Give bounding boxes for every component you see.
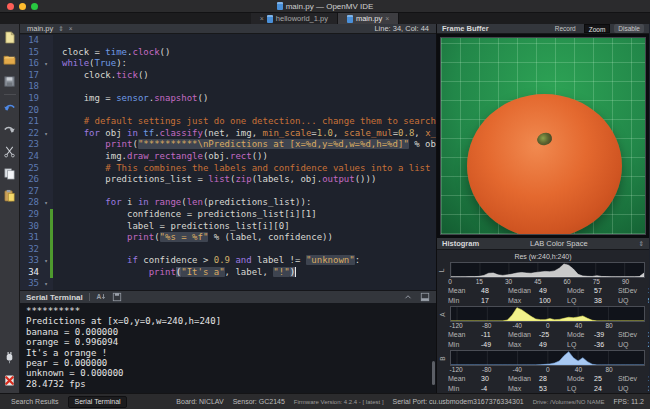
- colorspace-select[interactable]: LAB Color Space: [479, 239, 638, 248]
- stat-label: LQ: [567, 340, 594, 350]
- fold-marker-icon[interactable]: [42, 221, 50, 233]
- code-line[interactable]: 24 img.draw_rectangle(obj.rect()): [20, 151, 436, 163]
- fold-marker-icon[interactable]: [42, 163, 50, 175]
- code-line[interactable]: 29 confidence = predictions_list[i][1]: [20, 209, 436, 221]
- save-log-icon[interactable]: [112, 292, 122, 302]
- new-file-icon[interactable]: [3, 31, 16, 44]
- code-line[interactable]: 33▾ if confidence > 0.9 and label != "un…: [20, 255, 436, 267]
- stat-value: 49: [539, 340, 567, 350]
- code-line[interactable]: 21 # default settings just do one detect…: [20, 116, 436, 128]
- close-tab-icon[interactable]: ×: [385, 15, 389, 22]
- fold-marker-icon[interactable]: ▾: [42, 197, 50, 209]
- stat-label: UQ: [618, 384, 648, 394]
- fold-marker-icon[interactable]: [42, 139, 50, 151]
- statusbar-tab-serial-terminal[interactable]: Serial Terminal: [68, 396, 126, 408]
- code-text: img.draw_rectangle(obj.rect()): [53, 151, 436, 163]
- code-line[interactable]: 14: [20, 35, 436, 47]
- tab-helloworld[interactable]: × helloworld_1.py: [251, 13, 338, 24]
- code-line[interactable]: 31 print("%s = %f" % (label, confidence)…: [20, 232, 436, 244]
- code-line[interactable]: 23 print("**********\nPredictions at [x=…: [20, 139, 436, 151]
- close-window-button[interactable]: [7, 3, 14, 10]
- code-line[interactable]: 34 print("It's a", label, "!"): [20, 267, 436, 279]
- statusbar-item: Firmware Version: 4.2.4 - [ latest ]: [294, 399, 384, 405]
- fold-marker-icon[interactable]: [42, 151, 50, 163]
- undo-icon[interactable]: [3, 101, 16, 114]
- document-icon: [267, 15, 273, 23]
- zoom-button[interactable]: Zoom: [584, 24, 611, 33]
- code-line[interactable]: 26 predictions_list = list(zip(labels, o…: [20, 174, 436, 186]
- stat-label: Median: [508, 286, 539, 296]
- maximize-window-button[interactable]: [31, 3, 38, 10]
- code-line[interactable]: 22▾ for obj in tf.classify(net, img, min…: [20, 128, 436, 140]
- fold-marker-icon[interactable]: ▾: [42, 128, 50, 140]
- frame-buffer-view[interactable]: [437, 34, 649, 238]
- code-line[interactable]: 17 clock.tick(): [20, 70, 436, 82]
- fold-marker-icon[interactable]: ▾: [42, 255, 50, 267]
- stop-script-icon[interactable]: [3, 374, 16, 387]
- code-area[interactable]: 1415clock = time.clock()16▾while(True):1…: [20, 34, 436, 290]
- code-line[interactable]: 27: [20, 186, 436, 198]
- fold-marker-icon[interactable]: ▾: [42, 278, 50, 290]
- redo-icon[interactable]: [3, 123, 16, 136]
- statusbar: Search ResultsSerial TerminalBoard: NICL…: [0, 393, 650, 409]
- save-file-icon[interactable]: [3, 75, 16, 88]
- colorspace-dropdown-icon[interactable]: ⇕: [639, 240, 644, 248]
- code-line[interactable]: 35▾: [20, 278, 436, 290]
- disable-button[interactable]: Disable: [614, 24, 644, 33]
- open-folder-icon[interactable]: [3, 53, 16, 66]
- editor-file-name[interactable]: main.py: [27, 24, 53, 33]
- fold-marker-icon[interactable]: [42, 47, 50, 59]
- autoscroll-icon[interactable]: A: [96, 292, 106, 302]
- fold-marker-icon[interactable]: ▾: [42, 58, 50, 70]
- code-line[interactable]: 16▾while(True):: [20, 58, 436, 70]
- terminal-scrollbar[interactable]: [432, 361, 435, 385]
- collapse-panel-icon[interactable]: [403, 292, 413, 302]
- fold-marker-icon[interactable]: [42, 35, 50, 47]
- fold-marker-icon[interactable]: [42, 174, 50, 186]
- code-text: for i in range(len(predictions_list)):: [53, 197, 436, 209]
- openmv-ide-window: main.py — OpenMV IDE × helloworld_1.py m…: [0, 0, 650, 409]
- fold-marker-icon[interactable]: [42, 93, 50, 105]
- copy-icon[interactable]: [3, 167, 16, 180]
- fold-marker-icon[interactable]: [42, 70, 50, 82]
- fold-marker-icon[interactable]: [42, 105, 50, 117]
- serial-terminal-output[interactable]: **********Predictions at [x=0,y=0,w=240,…: [20, 303, 436, 393]
- fold-marker-icon[interactable]: [42, 81, 50, 93]
- close-tab-icon[interactable]: ×: [260, 15, 264, 22]
- line-number: 23: [20, 139, 42, 151]
- record-button[interactable]: Record: [551, 24, 580, 33]
- fold-marker-icon[interactable]: [42, 232, 50, 244]
- axis-tick: 30: [505, 278, 512, 286]
- code-line[interactable]: 30 label = predictions_list[i][0]: [20, 221, 436, 233]
- paste-icon[interactable]: [3, 189, 16, 202]
- histogram-plot: L: [450, 262, 645, 278]
- code-line[interactable]: 19 img = sensor.snapshot(): [20, 93, 436, 105]
- connect-plug-icon[interactable]: [3, 351, 16, 364]
- code-line[interactable]: 18: [20, 81, 436, 93]
- stat-value: 48: [481, 286, 508, 296]
- minimize-window-button[interactable]: [19, 3, 26, 10]
- code-line[interactable]: 28▾ for i in range(len(predictions_list)…: [20, 197, 436, 209]
- fold-marker-icon[interactable]: [42, 116, 50, 128]
- code-line[interactable]: 25 # This combines the labels and confid…: [20, 163, 436, 175]
- cursor-position: Line: 34, Col: 44: [374, 24, 429, 33]
- code-text: label = predictions_list[i][0]: [53, 221, 436, 233]
- panel-layout-icon[interactable]: [420, 292, 430, 302]
- axis-tick: 0: [546, 366, 550, 374]
- fold-marker-icon[interactable]: [42, 186, 50, 198]
- stat-value: 38: [648, 384, 649, 394]
- terminal-line: 28.4732 fps: [26, 379, 436, 389]
- fold-marker-icon[interactable]: [42, 209, 50, 221]
- code-line[interactable]: 32: [20, 244, 436, 256]
- cut-icon[interactable]: [3, 145, 16, 158]
- fold-marker-icon[interactable]: [42, 267, 50, 279]
- tab-main[interactable]: main.py ×: [338, 13, 399, 24]
- code-line[interactable]: 20: [20, 105, 436, 117]
- fold-marker-icon[interactable]: [42, 244, 50, 256]
- histogram-axis: -120-80-4004080: [450, 366, 645, 374]
- close-editor-icon[interactable]: ×: [69, 25, 73, 32]
- document-icon: [347, 15, 353, 23]
- statusbar-tab-search-results[interactable]: Search Results: [6, 397, 63, 407]
- code-line[interactable]: 15clock = time.clock(): [20, 47, 436, 59]
- file-switcher-icon[interactable]: ⇕: [58, 25, 63, 33]
